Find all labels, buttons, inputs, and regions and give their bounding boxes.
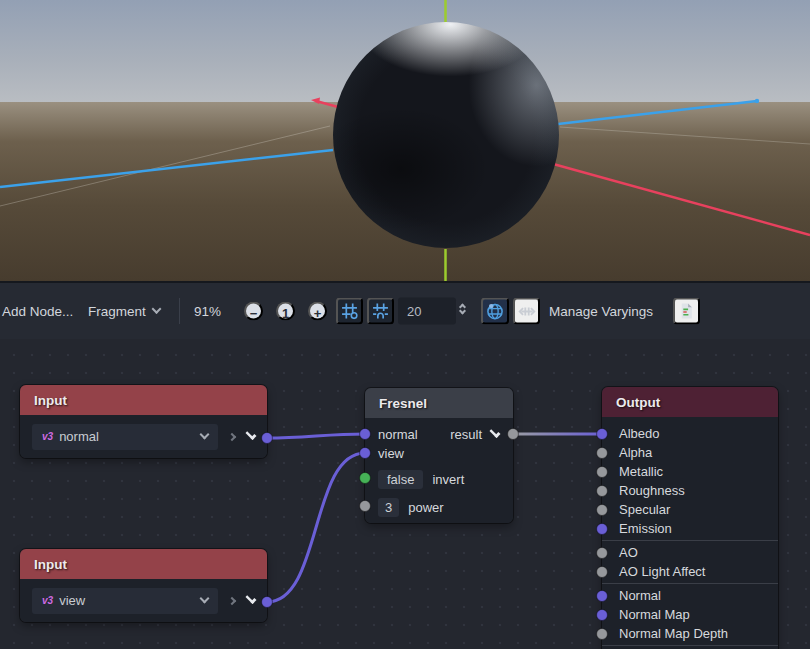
spinbox-arrows[interactable] xyxy=(460,301,465,314)
shader-editor-window: Add Node... Fragment 91% − 1 + 20 xyxy=(0,0,810,649)
grid-snap-icon xyxy=(341,303,358,320)
manage-varyings-button[interactable]: Manage Varyings xyxy=(549,304,653,319)
grid-dots-icon xyxy=(372,303,389,320)
port-label-emission: Emission xyxy=(619,521,672,536)
input-source-value: normal xyxy=(59,429,201,444)
input-source-value: view xyxy=(59,593,201,608)
output-row: Albedo xyxy=(602,424,778,443)
preview-expand-icon[interactable] xyxy=(245,428,256,439)
port-group-separator xyxy=(602,583,778,584)
output-row: AO xyxy=(602,543,778,562)
shader-stage-dropdown[interactable]: Fragment xyxy=(88,304,160,319)
output-row: Roughness xyxy=(602,481,778,500)
z-axis-line xyxy=(558,101,757,124)
snap-distance-spinbox[interactable]: 20 xyxy=(398,298,474,325)
snap-distance-value[interactable]: 20 xyxy=(398,298,456,325)
node-fresnel[interactable]: Fresnel normal result view false invert … xyxy=(365,388,513,523)
power-label: power xyxy=(408,500,443,515)
spin-down-icon xyxy=(459,307,466,314)
connection-options-button[interactable] xyxy=(513,298,540,325)
port-label-specular: Specular xyxy=(619,502,670,517)
node-input-normal[interactable]: Input v3 normal xyxy=(20,385,267,458)
port-label-normal: Normal xyxy=(619,588,661,603)
port-label-ao: AO xyxy=(619,545,638,560)
input-source-dropdown[interactable]: v3 view xyxy=(32,588,218,614)
preview-expand-icon[interactable] xyxy=(489,426,500,437)
zoom-in-button[interactable]: + xyxy=(308,302,327,321)
node-output[interactable]: Output Albedo Alpha Metallic Roughness S… xyxy=(602,387,778,649)
invert-toggle-button[interactable]: false xyxy=(378,470,423,489)
port-label-ao-light-affect: AO Light Affect xyxy=(619,564,705,579)
z-axis-line xyxy=(0,150,333,187)
output-row: Normal xyxy=(602,586,778,605)
toolbar-separator xyxy=(179,298,180,324)
shader-stage-label: Fragment xyxy=(88,304,146,319)
output-row: Normal Map Depth xyxy=(602,624,778,643)
output-row: Normal Map xyxy=(602,605,778,624)
fresnel-input-normal-label: normal xyxy=(378,427,418,442)
vec3-type-icon: v3 xyxy=(42,431,53,442)
grid-line xyxy=(0,126,330,206)
expand-arrow-icon[interactable] xyxy=(228,432,236,440)
port-label-albedo: Albedo xyxy=(619,426,659,441)
add-node-button[interactable]: Add Node... xyxy=(2,304,73,319)
port-label-metallic: Metallic xyxy=(619,464,663,479)
grid-line xyxy=(560,127,810,144)
node-title[interactable]: Fresnel xyxy=(365,388,513,418)
node-title[interactable]: Output xyxy=(602,387,778,417)
z-axis-cap xyxy=(755,99,759,103)
zoom-level-label: 91% xyxy=(194,304,221,319)
shader-toolbar: Add Node... Fragment 91% − 1 + 20 xyxy=(0,283,810,339)
3d-preview-viewport[interactable] xyxy=(0,0,810,281)
x-axis-arrow xyxy=(311,98,320,105)
invert-label: invert xyxy=(432,472,464,487)
arrange-icon xyxy=(518,302,536,320)
port-label-alpha: Alpha xyxy=(619,445,652,460)
output-row: Specular xyxy=(602,500,778,519)
node-title[interactable]: Input xyxy=(20,549,267,579)
port-group-separator xyxy=(602,645,778,646)
snap-toggle-button[interactable] xyxy=(336,298,363,325)
vec3-type-icon: v3 xyxy=(42,595,53,606)
port-label-roughness: Roughness xyxy=(619,483,685,498)
output-row: Emission xyxy=(602,519,778,538)
x-axis-line xyxy=(546,162,810,235)
output-row: Alpha xyxy=(602,443,778,462)
wireframe-sphere-icon xyxy=(486,302,504,320)
material-preview-sphere xyxy=(333,22,559,248)
preview-shader-toggle[interactable] xyxy=(481,298,509,325)
input-source-dropdown[interactable]: v3 normal xyxy=(32,424,218,450)
shader-file-icon xyxy=(678,303,695,320)
grid-pattern-button[interactable] xyxy=(367,298,394,325)
zoom-reset-button[interactable]: 1 xyxy=(276,302,295,321)
chevron-down-icon xyxy=(200,594,210,604)
node-title[interactable]: Input xyxy=(20,385,267,415)
expand-arrow-icon[interactable] xyxy=(228,596,236,604)
shader-code-button[interactable] xyxy=(673,298,700,325)
node-input-view[interactable]: Input v3 view xyxy=(20,549,267,622)
preview-expand-icon[interactable] xyxy=(245,592,256,603)
port-label-normal-map: Normal Map xyxy=(619,607,690,622)
output-row: AO Light Affect xyxy=(602,562,778,581)
power-value-field[interactable]: 3 xyxy=(378,498,399,517)
fresnel-output-result-label: result xyxy=(450,427,482,442)
port-label-normal-map-depth: Normal Map Depth xyxy=(619,626,728,641)
chevron-down-icon xyxy=(151,304,161,314)
chevron-down-icon xyxy=(200,430,210,440)
port-group-separator xyxy=(602,540,778,541)
zoom-out-button[interactable]: − xyxy=(244,302,263,321)
fresnel-input-view-label: view xyxy=(378,446,404,461)
output-row: Metallic xyxy=(602,462,778,481)
